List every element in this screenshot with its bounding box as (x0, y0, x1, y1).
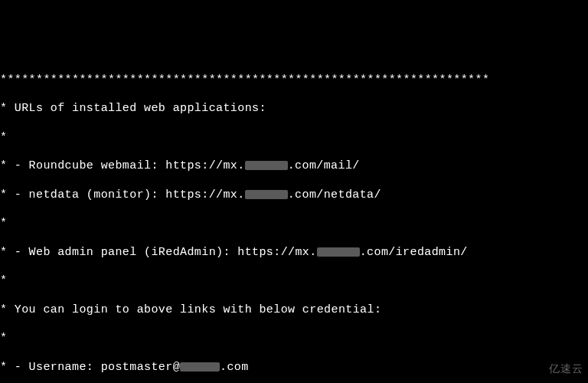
blank (0, 131, 588, 146)
redacted-user-domain (180, 362, 220, 372)
url-netdata: - netdata (monitor): https://mx..com/net… (0, 188, 588, 203)
text: - netdata (monitor): https://mx. (15, 188, 245, 201)
text: .com/mail/ (288, 159, 360, 172)
blank (0, 217, 588, 231)
text: .com/netdata/ (288, 188, 381, 201)
redacted-domain (245, 190, 288, 199)
url-admin: - Web admin panel (iRedAdmin): https://m… (0, 246, 588, 260)
heading-urls: URLs of installed web applications: (0, 102, 588, 116)
terminal-output: ****************************************… (0, 57, 588, 383)
blank (0, 332, 588, 346)
redacted-domain (245, 161, 288, 170)
redacted-domain (317, 247, 360, 257)
text: - Roundcube webmail: https://mx. (15, 159, 245, 172)
text: - Web admin panel (iRedAdmin): https://m… (15, 246, 317, 259)
text: - Username: postmaster@ (15, 361, 180, 374)
url-roundcube: - Roundcube webmail: https://mx..com/mai… (0, 159, 588, 174)
blank (0, 274, 588, 289)
text: .com (220, 361, 249, 374)
rule: ****************************************… (0, 74, 588, 88)
cred-username: - Username: postmaster@.com (0, 361, 588, 375)
text: .com/iredadmin/ (360, 246, 468, 259)
login-note: You can login to above links with below … (0, 303, 588, 318)
